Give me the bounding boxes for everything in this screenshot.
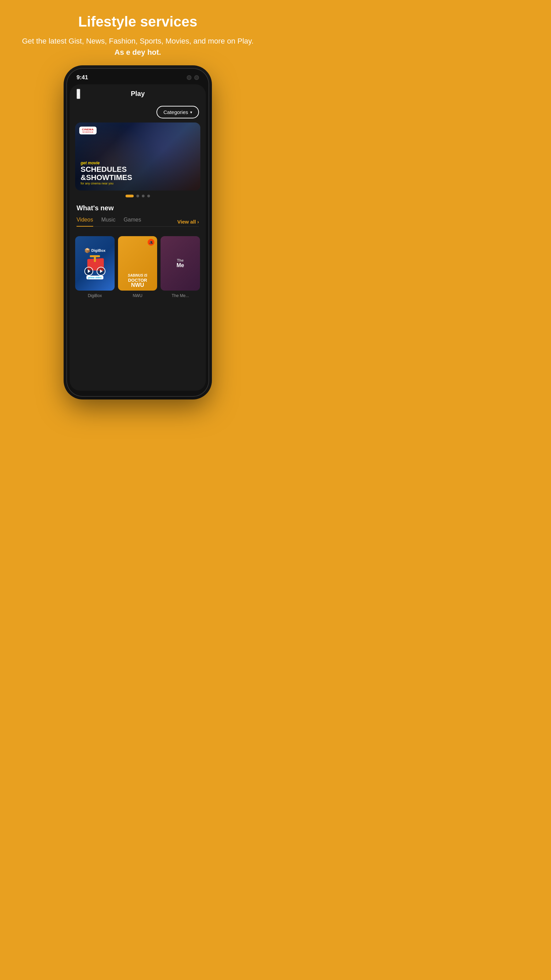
sabinus-text: SABINUS IS (128, 274, 147, 277)
doctor-nwu-card[interactable]: 🎩 SABINUS IS DOCTOR NWU (118, 236, 157, 291)
status-time: 9:41 (76, 74, 88, 81)
me-text: Me (176, 262, 184, 269)
label-digibox: DigiBox (75, 293, 114, 298)
phone-screen: ‹ Play Categories ▾ cinema SCHEDULE (70, 84, 206, 391)
digibox-content: 📦 DigiBox (79, 244, 110, 283)
play-button-circle (84, 267, 93, 275)
banner-text-area: get movie SCHEDULES &SHOWTIMES for any c… (81, 161, 195, 185)
ribbon-v (94, 255, 96, 262)
banner-tiny-text: for any cinema near you (81, 182, 195, 185)
pagination-dot-4[interactable] (147, 195, 150, 197)
digibox-icon: 📦 (84, 248, 90, 253)
third-card[interactable]: The Me (160, 236, 200, 291)
pagination-dot-3[interactable] (142, 195, 144, 197)
label-nwu: NWU (118, 293, 157, 298)
categories-button[interactable]: Categories ▾ (156, 106, 199, 118)
digibox-card[interactable]: 📦 DigiBox (75, 236, 114, 291)
status-bar: 9:41 (70, 74, 206, 84)
hat-decoration: 🎩 (148, 239, 154, 246)
view-all-button[interactable]: View all › (177, 219, 199, 224)
banner-big-text: SCHEDULES &SHOWTIMES (81, 165, 195, 182)
ribbon (90, 255, 100, 262)
digibox-decoration (83, 255, 107, 275)
app-header: ‹ Play (70, 84, 206, 103)
app-title: Play (130, 90, 144, 98)
pagination-dot-2[interactable] (137, 195, 139, 197)
digibox-text: DigiBox (92, 248, 106, 253)
whats-new-section: What's new Videos Music Games View all › (70, 203, 206, 231)
digibox-logo: 📦 DigiBox (84, 248, 106, 253)
third-card-content: The Me (176, 236, 184, 291)
content-grid: 📦 DigiBox (70, 231, 206, 291)
banner-small-text: get movie (81, 161, 195, 165)
play-triangle (88, 269, 91, 273)
hero-section: Lifestyle services Get the latest Gist, … (15, 14, 260, 58)
tab-music[interactable]: Music (102, 217, 116, 226)
third-card-inner: The Me (176, 258, 184, 269)
banner-image[interactable]: cinema SCHEDULE get movie SCHEDULES &SHO… (75, 123, 200, 191)
play-button-circle-2 (97, 267, 105, 275)
phone-frame: 9:41 ‹ Play Categories ▾ ci (66, 68, 209, 397)
tab-games[interactable]: Games (124, 217, 141, 226)
chevron-down-icon: ▾ (190, 110, 192, 115)
categories-row: Categories ▾ (70, 103, 206, 123)
banner-area: cinema SCHEDULE get movie SCHEDULES &SHO… (70, 123, 206, 191)
hero-title: Lifestyle services (22, 14, 254, 30)
prime-video-logo: prime video (86, 275, 103, 279)
back-button[interactable]: ‹ (76, 89, 80, 99)
pagination-dots (70, 191, 206, 203)
bottom-labels: DigiBox NWU The Me... (70, 291, 206, 304)
hat-icon: 🎩 (149, 240, 153, 244)
play-triangle-2 (100, 269, 103, 273)
pagination-dot-1[interactable] (125, 195, 134, 197)
doctor-title-2: NWU (131, 282, 144, 288)
tabs-row: Videos Music Games View all › (76, 217, 199, 227)
doctor-nwu-content: 🎩 SABINUS IS DOCTOR NWU (118, 236, 157, 291)
whats-new-title: What's new (76, 204, 199, 212)
the-text: The (176, 258, 184, 262)
camera-lens-2 (194, 75, 199, 80)
camera-lens-1 (187, 75, 192, 80)
cinema-badge: cinema SCHEDULE (79, 127, 97, 134)
tab-videos[interactable]: Videos (76, 217, 93, 226)
label-the-me: The Me... (160, 293, 200, 298)
camera-area (187, 75, 199, 80)
cinema-badge-text: cinema (82, 128, 94, 131)
cinema-badge-sub: SCHEDULE (82, 131, 94, 133)
hero-subtitle: Get the latest Gist, News, Fashion, Spor… (22, 35, 254, 58)
